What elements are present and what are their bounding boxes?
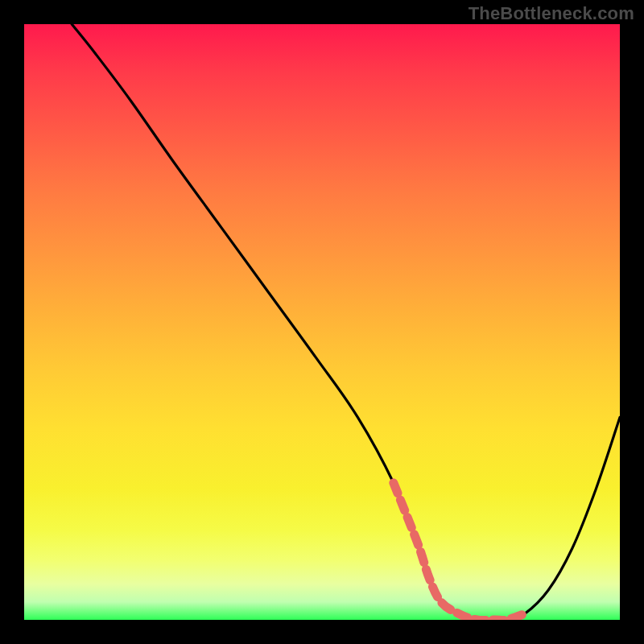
attribution-label: TheBottleneck.com: [469, 3, 634, 24]
chart-frame: TheBottleneck.com: [0, 0, 644, 644]
bottleneck-curve-svg: [24, 24, 620, 620]
bottleneck-curve: [72, 24, 620, 620]
valley-highlight: [394, 483, 525, 620]
plot-area: [24, 24, 620, 620]
